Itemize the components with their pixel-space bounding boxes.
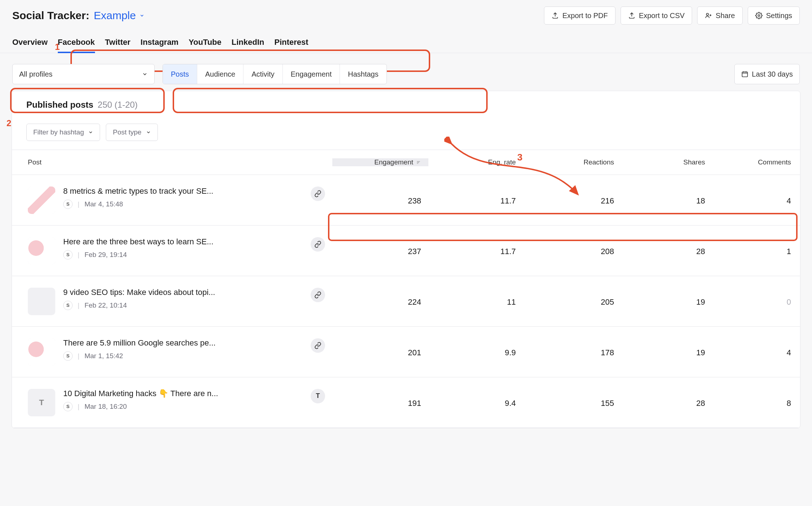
tab-facebook[interactable]: Facebook bbox=[58, 38, 95, 53]
tab-instagram[interactable]: Instagram bbox=[141, 38, 178, 53]
cell-value: 8 bbox=[712, 397, 798, 408]
cell-value: 191 bbox=[332, 397, 428, 408]
post-title: 8 metrics & metric types to track your S… bbox=[63, 186, 280, 196]
upload-icon bbox=[552, 12, 559, 19]
posts-card: Published posts 250 (1-20) Filter by has… bbox=[12, 91, 800, 428]
link-icon[interactable] bbox=[311, 338, 325, 353]
cell-value: 237 bbox=[332, 245, 428, 256]
post-thumbnail bbox=[28, 186, 55, 214]
cell-value: 216 bbox=[523, 195, 621, 206]
settings-button[interactable]: Settings bbox=[748, 7, 800, 25]
chevron-down-icon bbox=[88, 130, 93, 135]
project-selector[interactable]: Example bbox=[94, 9, 144, 22]
cell-value: 11 bbox=[428, 296, 523, 307]
cell-value: 178 bbox=[523, 347, 621, 357]
cell-value: 0 bbox=[712, 296, 798, 307]
filter-post-type[interactable]: Post type bbox=[106, 124, 157, 141]
column-comments[interactable]: Comments bbox=[712, 158, 798, 166]
svg-point-1 bbox=[758, 15, 760, 17]
post-title: 9 video SEO tips: Make videos about topi… bbox=[63, 288, 280, 297]
export-pdf-button[interactable]: Export to PDF bbox=[544, 7, 616, 25]
cell-value: 9.9 bbox=[428, 347, 523, 357]
subtab-hashtags[interactable]: Hashtags bbox=[340, 64, 386, 84]
post-thumbnail bbox=[28, 237, 55, 265]
subtab-activity[interactable]: Activity bbox=[243, 64, 282, 84]
column-eng-rate[interactable]: Eng. rate bbox=[428, 158, 523, 166]
cell-value: 28 bbox=[621, 397, 712, 408]
card-count: 250 (1-20) bbox=[98, 100, 138, 110]
cell-value: 201 bbox=[332, 347, 428, 357]
export-csv-button[interactable]: Export to CSV bbox=[621, 7, 692, 25]
post-date: Feb 29, 19:14 bbox=[85, 251, 127, 259]
cell-value: 205 bbox=[523, 296, 621, 307]
cell-value: 4 bbox=[712, 195, 798, 206]
subtab-engagement[interactable]: Engagement bbox=[283, 64, 340, 84]
tab-linkedin[interactable]: LinkedIn bbox=[232, 38, 264, 53]
source-badge: S bbox=[63, 301, 73, 310]
cell-value: 4 bbox=[712, 347, 798, 357]
tab-pinterest[interactable]: Pinterest bbox=[274, 38, 308, 53]
post-thumbnail: T bbox=[28, 389, 55, 416]
table-body: 8 metrics & metric types to track your S… bbox=[12, 175, 800, 428]
sub-tabs: PostsAudienceActivityEngagementHashtags bbox=[163, 64, 387, 84]
tab-twitter[interactable]: Twitter bbox=[105, 38, 130, 53]
text-icon[interactable]: T bbox=[311, 389, 325, 403]
post-date: Feb 22, 10:14 bbox=[85, 301, 127, 309]
column-post[interactable]: Post bbox=[12, 158, 332, 166]
column-reactions[interactable]: Reactions bbox=[523, 158, 621, 166]
post-thumbnail bbox=[28, 288, 55, 315]
post-thumbnail bbox=[28, 338, 55, 366]
calendar-icon bbox=[741, 70, 748, 78]
share-button[interactable]: Share bbox=[697, 7, 742, 25]
main-tabs: OverviewFacebookTwitterInstagramYouTubeL… bbox=[0, 27, 812, 53]
cell-value: 18 bbox=[621, 195, 712, 206]
cell-value: 155 bbox=[523, 397, 621, 408]
project-name: Example bbox=[94, 9, 136, 22]
tab-youtube[interactable]: YouTube bbox=[189, 38, 221, 53]
chevron-down-icon bbox=[146, 130, 151, 135]
tab-overview[interactable]: Overview bbox=[12, 38, 48, 53]
table-row[interactable]: 9 video SEO tips: Make videos about topi… bbox=[12, 276, 800, 327]
annotation-label-1: 1 bbox=[55, 42, 60, 52]
cell-value: 238 bbox=[332, 195, 428, 206]
post-date: Mar 18, 16:20 bbox=[85, 403, 127, 411]
table-header: PostEngagementEng. rateReactionsSharesCo… bbox=[12, 150, 800, 175]
source-badge: S bbox=[63, 200, 73, 209]
subtab-posts[interactable]: Posts bbox=[163, 64, 197, 84]
table-row[interactable]: T10 Digital Marketing hacks 👇 There are … bbox=[12, 377, 800, 428]
source-badge: S bbox=[63, 402, 73, 411]
page-title: Social Tracker: bbox=[12, 9, 89, 22]
post-title: Here are the three best ways to learn SE… bbox=[63, 237, 280, 246]
link-icon[interactable] bbox=[311, 186, 325, 201]
card-title: Published posts bbox=[26, 100, 93, 110]
date-range-button[interactable]: Last 30 days bbox=[734, 64, 800, 84]
link-icon[interactable] bbox=[311, 288, 325, 302]
gear-icon bbox=[755, 12, 763, 19]
cell-value: 11.7 bbox=[428, 245, 523, 256]
column-shares[interactable]: Shares bbox=[621, 158, 712, 166]
table-row[interactable]: There are 5.9 million Google searches pe… bbox=[12, 327, 800, 377]
annotation-label-3: 3 bbox=[517, 152, 522, 163]
user-plus-icon bbox=[705, 12, 712, 19]
upload-icon bbox=[628, 12, 635, 19]
chevron-down-icon bbox=[139, 13, 144, 18]
table-row[interactable]: Here are the three best ways to learn SE… bbox=[12, 226, 800, 276]
cell-value: 28 bbox=[621, 245, 712, 256]
cell-value: 11.7 bbox=[428, 195, 523, 206]
table-row[interactable]: 8 metrics & metric types to track your S… bbox=[12, 175, 800, 226]
link-icon[interactable] bbox=[311, 237, 325, 252]
subtab-audience[interactable]: Audience bbox=[197, 64, 243, 84]
cell-value: 224 bbox=[332, 296, 428, 307]
post-title: There are 5.9 million Google searches pe… bbox=[63, 338, 280, 348]
cell-value: 19 bbox=[621, 296, 712, 307]
cell-value: 208 bbox=[523, 245, 621, 256]
source-badge: S bbox=[63, 250, 73, 260]
filter-hashtag[interactable]: Filter by hashtag bbox=[26, 124, 100, 141]
column-engagement[interactable]: Engagement bbox=[332, 158, 428, 166]
annotation-label-2: 2 bbox=[7, 118, 11, 128]
svg-point-0 bbox=[707, 13, 709, 16]
post-title: 10 Digital Marketing hacks 👇 There are n… bbox=[63, 389, 280, 398]
profiles-select[interactable]: All profiles bbox=[12, 64, 155, 84]
cell-value: 9.4 bbox=[428, 397, 523, 408]
post-date: Mar 1, 15:42 bbox=[85, 352, 123, 360]
